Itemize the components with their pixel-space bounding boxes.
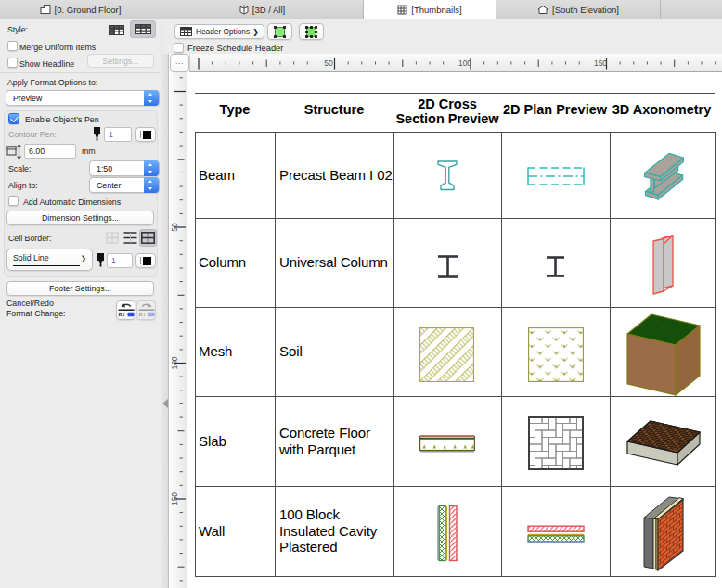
svg-text:150: 150 [170,492,179,505]
svg-text:100: 100 [170,356,179,369]
svg-text:B: B [138,312,142,317]
svg-text:50: 50 [170,223,179,232]
svg-text:150: 150 [594,58,607,68]
svg-text:50: 50 [324,58,333,68]
svg-text:100: 100 [458,58,471,68]
svg-text:I: I [122,312,125,317]
svg-text:I: I [142,312,146,317]
svg-text:B: B [118,312,122,317]
